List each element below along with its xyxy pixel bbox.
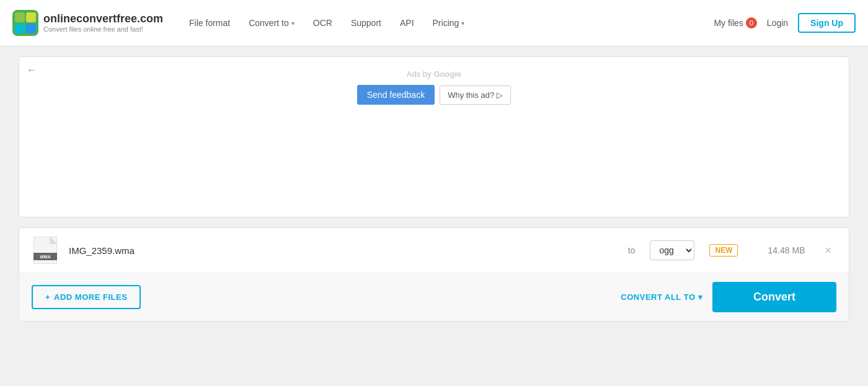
add-more-files-button[interactable]: + ADD MORE FILES — [32, 285, 141, 309]
logo-text: onlineconvertfree.com Convert files onli… — [43, 12, 163, 34]
nav-ocr[interactable]: OCR — [306, 14, 340, 32]
my-files-badge: 0 — [746, 17, 757, 29]
header-right: My files 0 Login Sign Up — [714, 13, 856, 33]
why-this-ad-icon: ▷ — [497, 90, 503, 100]
file-size: 14.48 MB — [755, 245, 805, 255]
ad-feedback-row: Send feedback Why this ad? ▷ — [357, 85, 512, 105]
nav-file-format[interactable]: File format — [182, 14, 237, 32]
logo-subtitle: Convert files online free and fast! — [43, 25, 163, 33]
svg-rect-1 — [15, 12, 25, 22]
signup-button[interactable]: Sign Up — [798, 13, 856, 33]
file-row: WMA IMG_2359.wma to ogg mp3 mp4 wav flac… — [19, 228, 849, 273]
remove-file-button[interactable]: × — [820, 242, 836, 260]
new-badge: NEW — [709, 244, 738, 257]
nav-convert-to[interactable]: Convert to ▾ — [241, 14, 302, 32]
svg-rect-4 — [26, 24, 36, 33]
svg-rect-2 — [26, 12, 36, 22]
back-arrow-icon[interactable]: ← — [27, 64, 37, 76]
nav-api[interactable]: API — [392, 14, 422, 32]
nav-pricing[interactable]: Pricing ▾ — [425, 14, 472, 32]
why-this-ad-button[interactable]: Why this ad? ▷ — [440, 86, 511, 105]
wma-file-icon: WMA — [33, 237, 57, 264]
logo-icon — [12, 10, 38, 36]
main-content: ← Ads by Google Send feedback Why this a… — [6, 46, 862, 331]
logo-link[interactable]: onlineconvertfree.com Convert files onli… — [12, 10, 163, 36]
conversion-area: WMA IMG_2359.wma to ogg mp3 mp4 wav flac… — [19, 227, 849, 322]
format-select[interactable]: ogg mp3 mp4 wav flac aac wma — [650, 240, 694, 260]
convert-all-chevron-icon: ▾ — [698, 292, 703, 302]
action-row: + ADD MORE FILES CONVERT ALL TO ▾ Conver… — [19, 273, 849, 321]
login-link[interactable]: Login — [767, 18, 788, 28]
to-label: to — [628, 245, 636, 255]
convert-to-chevron-icon: ▾ — [291, 20, 294, 27]
my-files-link[interactable]: My files 0 — [714, 17, 756, 29]
send-feedback-button[interactable]: Send feedback — [357, 85, 435, 105]
svg-rect-3 — [15, 24, 25, 33]
plus-icon: + — [45, 292, 50, 302]
google-label: Google — [433, 69, 461, 79]
logo-title: onlineconvertfree.com — [43, 12, 163, 26]
file-icon-wrap: WMA — [32, 237, 59, 264]
convert-button[interactable]: Convert — [712, 282, 836, 312]
nav-support[interactable]: Support — [343, 14, 389, 32]
file-name: IMG_2359.wma — [69, 245, 613, 256]
main-nav: File format Convert to ▾ OCR Support API… — [182, 14, 714, 32]
ads-label: Ads by Google — [407, 69, 462, 79]
pricing-chevron-icon: ▾ — [461, 20, 464, 27]
header: onlineconvertfree.com Convert files onli… — [0, 0, 868, 46]
ad-area: ← Ads by Google Send feedback Why this a… — [19, 56, 849, 217]
svg-text:WMA: WMA — [40, 255, 51, 259]
convert-all-to-button[interactable]: CONVERT ALL TO ▾ — [621, 292, 702, 302]
